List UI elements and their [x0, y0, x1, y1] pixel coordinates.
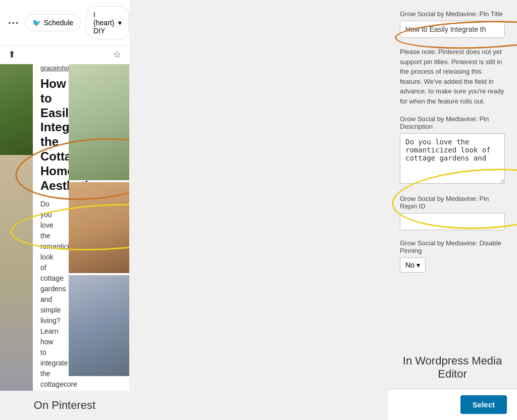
pinterest-ui: ··· 🐦 Schedule I {heart} DIY ▾ Save ⬆ ☆ — [0, 0, 129, 391]
schedule-icon: 🐦 — [32, 19, 41, 27]
left-section-label: On Pinterest — [0, 391, 129, 420]
select-button[interactable]: Select — [460, 395, 507, 414]
wp-field-pin-title-note: Please note: Pinterest does not yet supp… — [400, 47, 505, 106]
wp-label-pin-repin-id-text: Grow Social by Mediavine: Pin Repin ID — [400, 195, 489, 210]
pin-description: Do you love the romanticized look of cot… — [40, 199, 56, 391]
chevron-down-icon: ▾ — [118, 19, 122, 27]
wp-field-pin-title: Grow Social by Mediavine: Pin Title — [400, 10, 505, 38]
left-panel: ··· 🐦 Schedule I {heart} DIY ▾ Save ⬆ ☆ — [0, 0, 129, 420]
wp-label-pin-description-text: Grow Social by Mediavine: Pin Descriptio… — [400, 115, 489, 130]
pin-source[interactable]: graceinhomyspace.com — [40, 64, 56, 72]
wp-input-pin-repin-id[interactable] — [400, 213, 505, 230]
upload-icon[interactable]: ⬆ — [8, 49, 16, 60]
pinterest-topbar: ··· 🐦 Schedule I {heart} DIY ▾ Save — [0, 0, 129, 46]
right-section-label: In Wordpress Media Editor — [388, 346, 517, 389]
wp-field-pin-description: Grow Social by Mediavine: Pin Descriptio… — [400, 115, 505, 186]
schedule-label: Schedule — [44, 19, 73, 27]
pin-images-sidebar — [69, 64, 129, 391]
wp-label-pin-description: Grow Social by Mediavine: Pin Descriptio… — [400, 115, 505, 130]
wp-label-pin-title-text: Grow Social by Mediavine: Pin Title — [400, 10, 503, 18]
select-label: Select — [473, 400, 495, 409]
wp-input-pin-title[interactable] — [400, 21, 505, 38]
wp-field-disable-pinning: Grow Social by Mediavine: Disable Pinnin… — [400, 239, 505, 273]
wordpress-editor: Grow Social by Mediavine: Pin Title Plea… — [388, 0, 517, 346]
wp-bottom-bar: Select — [388, 389, 517, 420]
wp-select-disable-pinning[interactable]: No ▾ — [400, 257, 426, 273]
chevron-down-icon-select: ▾ — [417, 261, 420, 269]
wp-textarea-pin-description[interactable]: Do you love the romanticized look of cot… — [400, 133, 505, 184]
wp-field-pin-repin-id: Grow Social by Mediavine: Pin Repin ID — [400, 195, 505, 230]
pin-image-2 — [69, 182, 129, 273]
right-panel: Grow Social by Mediavine: Pin Title Plea… — [388, 0, 517, 420]
board-selector[interactable]: I {heart} DIY ▾ — [86, 6, 129, 39]
main-container: ··· 🐦 Schedule I {heart} DIY ▾ Save ⬆ ☆ — [0, 0, 517, 420]
background-image-left — [0, 64, 33, 391]
wp-label-pin-repin-id: Grow Social by Mediavine: Pin Repin ID — [400, 195, 505, 210]
board-selector-label: I {heart} DIY — [93, 11, 114, 35]
wp-label-disable-pinning: Grow Social by Mediavine: Disable Pinnin… — [400, 239, 505, 254]
schedule-button[interactable]: 🐦 Schedule — [25, 14, 81, 31]
pin-title: How to Easily Integrate the Cottagecore … — [40, 77, 56, 193]
wp-label-disable-pinning-text: Grow Social by Mediavine: Disable Pinnin… — [400, 239, 501, 254]
upload-row: ⬆ ☆ — [0, 46, 129, 64]
wp-select-value: No — [405, 261, 415, 269]
wp-label-pin-title: Grow Social by Mediavine: Pin Title — [400, 10, 505, 18]
pin-image-3 — [69, 275, 129, 376]
star-icon[interactable]: ☆ — [113, 49, 121, 60]
wp-note-pin-title: Please note: Pinterest does not yet supp… — [400, 47, 505, 106]
more-options-icon[interactable]: ··· — [8, 17, 20, 29]
pin-image-1 — [69, 64, 129, 180]
